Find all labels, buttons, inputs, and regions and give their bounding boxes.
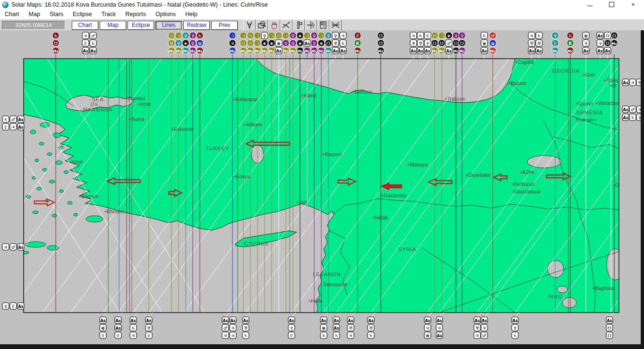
planet-glyph: ☊ bbox=[612, 34, 616, 38]
planet-glyph: ∗ bbox=[184, 41, 188, 46]
planet-glyph: Mc bbox=[318, 49, 324, 53]
menu-help[interactable]: Help bbox=[180, 10, 202, 18]
country-label: GEORGIA bbox=[552, 68, 580, 74]
planet-glyph: ♃ bbox=[231, 333, 235, 338]
info-icon[interactable] bbox=[317, 19, 329, 31]
planet-glyph: ♀ bbox=[177, 41, 180, 46]
city-label: O bbox=[615, 182, 619, 188]
planet-glyph: As bbox=[623, 116, 628, 120]
planet-glyph: As bbox=[223, 319, 228, 323]
planet-glyph: As bbox=[276, 49, 282, 53]
planet-glyph: ⊕ bbox=[198, 41, 202, 46]
planet-glyph: ☋ bbox=[460, 41, 464, 46]
island bbox=[35, 159, 39, 162]
planet-glyph: ♄ bbox=[537, 34, 541, 38]
planet-glyph: ♃ bbox=[475, 333, 479, 338]
planet-glyph: As bbox=[18, 125, 24, 130]
planet-glyph: As bbox=[289, 319, 294, 323]
planet-glyph: ☉ bbox=[249, 41, 252, 46]
right-edge bbox=[641, 30, 644, 349]
planet-glyph: ☋ bbox=[440, 41, 444, 46]
planet-glyph: As bbox=[321, 319, 326, 323]
planet-glyph: ☊ bbox=[608, 333, 611, 338]
planet-glyph: ☿ bbox=[455, 34, 457, 38]
planet-glyph: As bbox=[437, 319, 442, 323]
stack-connector bbox=[149, 313, 153, 317]
lines-button[interactable]: Lines bbox=[155, 21, 182, 30]
stack-connector bbox=[118, 313, 122, 317]
close-button[interactable]: × bbox=[622, 0, 644, 9]
planet-glyph: ♄ bbox=[335, 333, 338, 338]
chart-button[interactable]: Chart bbox=[72, 21, 98, 30]
pan-hand-icon[interactable] bbox=[268, 19, 280, 31]
planet-glyph: As bbox=[607, 319, 612, 323]
menu-stars[interactable]: Stars bbox=[45, 10, 68, 18]
plane-icon[interactable] bbox=[280, 19, 292, 31]
island bbox=[37, 187, 42, 190]
menu-eclipse[interactable]: Eclipse bbox=[68, 10, 96, 18]
planet-glyph: Mc bbox=[176, 49, 181, 53]
city-label: Damascus bbox=[324, 281, 347, 287]
planet-glyph: ⊗ bbox=[482, 41, 486, 46]
planet-glyph: ☊ bbox=[326, 41, 330, 46]
island bbox=[56, 161, 62, 165]
city-label: R bbox=[612, 83, 616, 88]
map-button[interactable]: Map bbox=[100, 21, 126, 30]
stack-connector bbox=[351, 313, 355, 317]
zoom-icon[interactable] bbox=[256, 19, 268, 31]
planet-glyph: ⊗ bbox=[322, 326, 326, 331]
city-label: Malatya bbox=[410, 162, 428, 167]
planet-glyph: ♃ bbox=[4, 245, 8, 250]
planet-glyph: Mc bbox=[378, 49, 384, 53]
redraw-button[interactable]: Redraw bbox=[183, 21, 210, 30]
planet-glyph: As bbox=[18, 245, 24, 250]
planet-glyph: Mc bbox=[459, 49, 465, 53]
planet-glyph: ☉ bbox=[277, 34, 281, 38]
menu-chart[interactable]: Chart bbox=[0, 10, 24, 18]
planet-glyph: Mc bbox=[304, 49, 310, 53]
crosshair-icon[interactable] bbox=[305, 19, 317, 31]
prev-button[interactable]: Prev bbox=[211, 21, 238, 30]
minimize-button[interactable] bbox=[579, 0, 601, 9]
country-label: TURKEY bbox=[206, 146, 230, 151]
city-label: Izmit bbox=[140, 101, 151, 107]
menu-map[interactable]: Map bbox=[24, 10, 45, 18]
map-svg[interactable]: SEAOFMARMARATURKEYGEORGIAARMENIASYRIALEB… bbox=[0, 30, 644, 349]
planet-glyph: ♅ bbox=[475, 326, 479, 331]
compass-icon[interactable] bbox=[243, 19, 256, 31]
planet-glyph: ♂ bbox=[447, 41, 451, 46]
stack-connector bbox=[515, 313, 519, 317]
planet-glyph: Mc bbox=[567, 49, 573, 53]
planet-glyph: As bbox=[425, 49, 430, 53]
city-label: Küfre bbox=[523, 169, 534, 175]
map-canvas[interactable]: SEAOFMARMARATURKEYGEORGIAARMENIASYRIALEB… bbox=[0, 30, 644, 349]
menu-reports[interactable]: Reports bbox=[120, 10, 151, 18]
menu-options[interactable]: Options bbox=[151, 10, 180, 18]
stack-connector bbox=[371, 313, 375, 317]
planet-glyph: As bbox=[605, 49, 610, 53]
maximize-button[interactable] bbox=[601, 0, 622, 9]
city-label: Haifa bbox=[311, 298, 323, 304]
city-label: Kayseri bbox=[325, 151, 342, 157]
planet-glyph: ♀ bbox=[292, 34, 295, 38]
planet-glyph: ☽ bbox=[256, 34, 259, 38]
stack-connector bbox=[428, 313, 432, 317]
city-label: Bursa bbox=[131, 116, 145, 122]
lake bbox=[527, 156, 561, 168]
planet-glyph: Mc bbox=[453, 49, 459, 53]
city-label: Gjumri bbox=[578, 101, 593, 106]
stack-connector bbox=[133, 313, 137, 317]
lines-toggle-icon[interactable] bbox=[329, 19, 342, 31]
marker-icon[interactable] bbox=[292, 19, 305, 31]
planet-glyph: ♀ bbox=[170, 41, 173, 46]
menu-track[interactable]: Track bbox=[96, 10, 120, 18]
eclipse-button[interactable]: Eclipse bbox=[128, 21, 154, 30]
planet-glyph: ♄ bbox=[54, 34, 58, 38]
app-globe-icon bbox=[2, 1, 9, 8]
planet-glyph: Mc bbox=[355, 49, 361, 53]
planet-glyph: ♄ bbox=[513, 333, 517, 338]
city-label: DalaVakasir bbox=[515, 189, 541, 194]
lake bbox=[548, 261, 564, 278]
planet-glyph: ☿ bbox=[191, 34, 194, 38]
planet-glyph: ♇ bbox=[426, 34, 429, 38]
